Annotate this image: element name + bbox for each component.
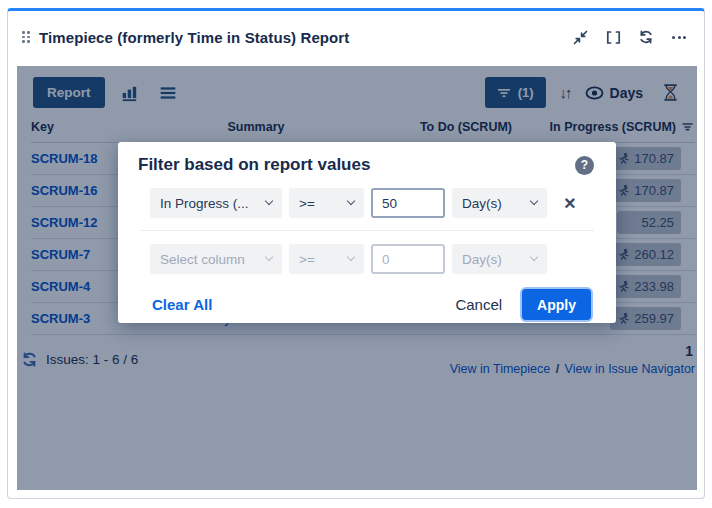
apply-button[interactable]: Apply — [522, 289, 591, 320]
drag-handle-icon[interactable] — [22, 31, 30, 43]
operator-select[interactable]: >= — [289, 188, 364, 218]
column-select-placeholder[interactable]: Select column — [150, 244, 282, 274]
chevron-down-icon — [347, 197, 355, 205]
filter-value-input[interactable] — [371, 188, 445, 218]
collapse-icon[interactable] — [571, 28, 589, 46]
chevron-down-icon — [530, 197, 538, 205]
unit-select[interactable]: Day(s) — [452, 188, 547, 218]
chevron-down-icon — [265, 197, 273, 205]
row-divider — [140, 230, 594, 231]
fullscreen-icon[interactable] — [604, 28, 622, 46]
operator-select-disabled[interactable]: >= — [289, 244, 364, 274]
modal-title: Filter based on report values — [138, 155, 370, 175]
filter-row-empty: Select column >= Day(s) — [118, 244, 616, 274]
gadget-title: Timepiece (formerly Time in Status) Repo… — [39, 29, 349, 46]
refresh-icon[interactable] — [637, 28, 655, 46]
unit-select-disabled[interactable]: Day(s) — [452, 244, 547, 274]
filter-value-input-disabled[interactable] — [371, 244, 445, 274]
remove-filter-icon[interactable]: × — [564, 193, 576, 213]
chevron-down-icon — [347, 253, 355, 261]
cancel-button[interactable]: Cancel — [445, 290, 512, 319]
clear-all-link[interactable]: Clear All — [152, 296, 212, 313]
filter-modal: Filter based on report values ? In Progr… — [118, 142, 616, 323]
column-select[interactable]: In Progress (... — [150, 188, 282, 218]
filter-row-active: In Progress (... >= Day(s) × — [118, 188, 616, 218]
chevron-down-icon — [265, 253, 273, 261]
timepiece-gadget: Timepiece (formerly Time in Status) Repo… — [7, 8, 705, 499]
chevron-down-icon — [530, 253, 538, 261]
help-icon[interactable]: ? — [575, 156, 594, 175]
more-options-icon[interactable] — [670, 28, 688, 46]
dashboard-stage: Timepiece (formerly Time in Status) Repo… — [0, 0, 712, 508]
gadget-header: Timepiece (formerly Time in Status) Repo… — [8, 11, 704, 63]
